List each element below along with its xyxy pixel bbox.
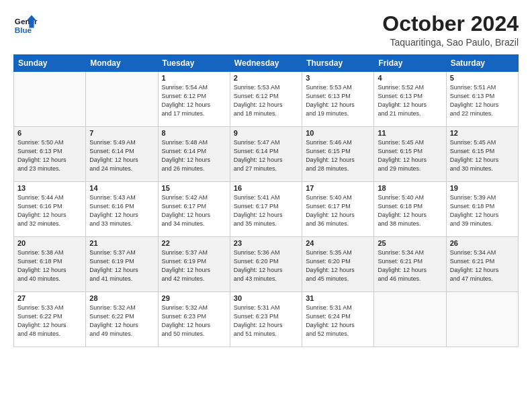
week-row-2: 6Sunrise: 5:50 AMSunset: 6:13 PMDaylight… [14, 127, 519, 182]
day-number: 28 [89, 294, 154, 302]
day-info: Sunrise: 5:37 AMSunset: 6:19 PMDaylight:… [162, 248, 226, 283]
week-row-4: 20Sunrise: 5:38 AMSunset: 6:18 PMDayligh… [14, 237, 519, 292]
day-number: 10 [306, 129, 370, 137]
calendar-cell: 9Sunrise: 5:47 AMSunset: 6:14 PMDaylight… [230, 127, 302, 182]
calendar-cell: 18Sunrise: 5:40 AMSunset: 6:18 PMDayligh… [374, 182, 446, 237]
day-info: Sunrise: 5:41 AMSunset: 6:17 PMDaylight:… [234, 193, 298, 228]
calendar-cell: 17Sunrise: 5:40 AMSunset: 6:17 PMDayligh… [302, 182, 374, 237]
day-number: 27 [17, 294, 82, 302]
col-tuesday: Tuesday [158, 55, 230, 72]
calendar-cell: 12Sunrise: 5:45 AMSunset: 6:15 PMDayligh… [446, 127, 518, 182]
day-info: Sunrise: 5:31 AMSunset: 6:24 PMDaylight:… [306, 304, 370, 338]
col-thursday: Thursday [302, 55, 374, 72]
day-number: 9 [234, 129, 298, 137]
day-info: Sunrise: 5:44 AMSunset: 6:16 PMDaylight:… [17, 193, 82, 228]
day-number: 26 [450, 239, 515, 247]
week-row-3: 13Sunrise: 5:44 AMSunset: 6:16 PMDayligh… [14, 182, 519, 237]
calendar-cell [374, 292, 446, 347]
day-number: 15 [162, 184, 226, 192]
calendar-cell: 24Sunrise: 5:35 AMSunset: 6:20 PMDayligh… [302, 237, 374, 292]
calendar-cell: 20Sunrise: 5:38 AMSunset: 6:18 PMDayligh… [14, 237, 86, 292]
calendar-cell: 1Sunrise: 5:54 AMSunset: 6:12 PMDaylight… [158, 72, 230, 127]
header-row: Sunday Monday Tuesday Wednesday Thursday… [14, 55, 519, 72]
day-number: 29 [162, 294, 226, 302]
day-number: 12 [450, 129, 515, 137]
calendar-cell [86, 72, 158, 127]
day-number: 5 [450, 74, 515, 82]
col-friday: Friday [374, 55, 446, 72]
week-row-5: 27Sunrise: 5:33 AMSunset: 6:22 PMDayligh… [14, 292, 519, 347]
calendar-cell: 14Sunrise: 5:43 AMSunset: 6:16 PMDayligh… [86, 182, 158, 237]
day-info: Sunrise: 5:32 AMSunset: 6:22 PMDaylight:… [89, 304, 154, 338]
calendar-cell: 25Sunrise: 5:34 AMSunset: 6:21 PMDayligh… [374, 237, 446, 292]
day-info: Sunrise: 5:52 AMSunset: 6:13 PMDaylight:… [378, 83, 442, 118]
day-number: 11 [378, 129, 442, 137]
title-area: October 2024 Taquaritinga, Sao Paulo, Br… [382, 12, 519, 48]
calendar-cell: 19Sunrise: 5:39 AMSunset: 6:18 PMDayligh… [446, 182, 518, 237]
day-info: Sunrise: 5:53 AMSunset: 6:13 PMDaylight:… [306, 83, 370, 118]
day-info: Sunrise: 5:43 AMSunset: 6:16 PMDaylight:… [89, 193, 154, 228]
day-info: Sunrise: 5:48 AMSunset: 6:14 PMDaylight:… [162, 138, 226, 173]
day-info: Sunrise: 5:45 AMSunset: 6:15 PMDaylight:… [378, 138, 442, 173]
day-number: 4 [378, 74, 442, 82]
day-number: 8 [162, 129, 226, 137]
calendar-cell: 23Sunrise: 5:36 AMSunset: 6:20 PMDayligh… [230, 237, 302, 292]
day-number: 24 [306, 239, 370, 247]
day-info: Sunrise: 5:34 AMSunset: 6:21 PMDaylight:… [450, 248, 515, 283]
day-number: 2 [234, 74, 298, 82]
day-info: Sunrise: 5:54 AMSunset: 6:12 PMDaylight:… [162, 83, 226, 118]
day-number: 20 [17, 239, 82, 247]
day-number: 31 [306, 294, 370, 302]
col-wednesday: Wednesday [230, 55, 302, 72]
day-info: Sunrise: 5:50 AMSunset: 6:13 PMDaylight:… [17, 138, 82, 173]
calendar-cell: 15Sunrise: 5:42 AMSunset: 6:17 PMDayligh… [158, 182, 230, 237]
calendar-cell [14, 72, 86, 127]
calendar-cell: 6Sunrise: 5:50 AMSunset: 6:13 PMDaylight… [14, 127, 86, 182]
page: General Blue October 2024 Taquaritinga, … [0, 0, 532, 411]
calendar-cell: 4Sunrise: 5:52 AMSunset: 6:13 PMDaylight… [374, 72, 446, 127]
day-info: Sunrise: 5:37 AMSunset: 6:19 PMDaylight:… [89, 248, 154, 283]
day-info: Sunrise: 5:36 AMSunset: 6:20 PMDaylight:… [234, 248, 298, 283]
calendar-cell: 30Sunrise: 5:31 AMSunset: 6:23 PMDayligh… [230, 292, 302, 347]
calendar-cell: 10Sunrise: 5:46 AMSunset: 6:15 PMDayligh… [302, 127, 374, 182]
col-monday: Monday [86, 55, 158, 72]
calendar-cell: 29Sunrise: 5:32 AMSunset: 6:23 PMDayligh… [158, 292, 230, 347]
day-info: Sunrise: 5:32 AMSunset: 6:23 PMDaylight:… [162, 304, 226, 338]
day-info: Sunrise: 5:33 AMSunset: 6:22 PMDaylight:… [17, 304, 82, 338]
day-info: Sunrise: 5:47 AMSunset: 6:14 PMDaylight:… [234, 138, 298, 173]
day-info: Sunrise: 5:40 AMSunset: 6:17 PMDaylight:… [306, 193, 370, 228]
day-number: 25 [378, 239, 442, 247]
col-sunday: Sunday [14, 55, 86, 72]
week-row-1: 1Sunrise: 5:54 AMSunset: 6:12 PMDaylight… [14, 72, 519, 127]
day-info: Sunrise: 5:31 AMSunset: 6:23 PMDaylight:… [234, 304, 298, 338]
subtitle: Taquaritinga, Sao Paulo, Brazil [382, 37, 519, 48]
day-info: Sunrise: 5:35 AMSunset: 6:20 PMDaylight:… [306, 248, 370, 283]
day-number: 13 [17, 184, 82, 192]
day-number: 17 [306, 184, 370, 192]
day-info: Sunrise: 5:34 AMSunset: 6:21 PMDaylight:… [378, 248, 442, 283]
day-number: 21 [89, 239, 154, 247]
calendar-cell: 31Sunrise: 5:31 AMSunset: 6:24 PMDayligh… [302, 292, 374, 347]
day-number: 3 [306, 74, 370, 82]
day-info: Sunrise: 5:45 AMSunset: 6:15 PMDaylight:… [450, 138, 515, 173]
calendar: Sunday Monday Tuesday Wednesday Thursday… [13, 54, 519, 347]
day-number: 6 [17, 129, 82, 137]
calendar-cell: 3Sunrise: 5:53 AMSunset: 6:13 PMDaylight… [302, 72, 374, 127]
calendar-cell: 21Sunrise: 5:37 AMSunset: 6:19 PMDayligh… [86, 237, 158, 292]
calendar-cell: 28Sunrise: 5:32 AMSunset: 6:22 PMDayligh… [86, 292, 158, 347]
day-info: Sunrise: 5:40 AMSunset: 6:18 PMDaylight:… [378, 193, 442, 228]
header: General Blue October 2024 Taquaritinga, … [13, 12, 519, 48]
day-info: Sunrise: 5:46 AMSunset: 6:15 PMDaylight:… [306, 138, 370, 173]
day-number: 19 [450, 184, 515, 192]
calendar-cell [446, 292, 518, 347]
col-saturday: Saturday [446, 55, 518, 72]
calendar-cell: 27Sunrise: 5:33 AMSunset: 6:22 PMDayligh… [14, 292, 86, 347]
calendar-cell: 8Sunrise: 5:48 AMSunset: 6:14 PMDaylight… [158, 127, 230, 182]
day-number: 14 [89, 184, 154, 192]
day-info: Sunrise: 5:53 AMSunset: 6:12 PMDaylight:… [234, 83, 298, 118]
calendar-cell: 2Sunrise: 5:53 AMSunset: 6:12 PMDaylight… [230, 72, 302, 127]
day-number: 18 [378, 184, 442, 192]
month-title: October 2024 [382, 12, 519, 36]
calendar-cell: 16Sunrise: 5:41 AMSunset: 6:17 PMDayligh… [230, 182, 302, 237]
day-number: 22 [162, 239, 226, 247]
